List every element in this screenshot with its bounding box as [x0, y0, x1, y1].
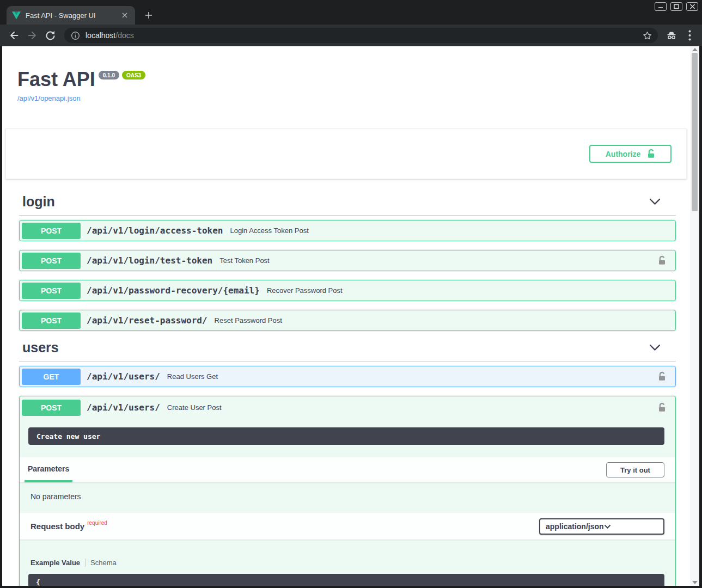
try-it-out-button[interactable]: Try it out [606, 462, 664, 477]
endpoint-path: /api/v1/reset-password/ [87, 315, 207, 326]
page-viewport: Fast API0.1.0OAS3 /api/v1/openapi.json A… [2, 46, 699, 586]
site-favicon-v-icon [12, 11, 21, 20]
operation-row[interactable]: POST /api/v1/login/access-token Login Ac… [19, 220, 676, 241]
parameters-header: Parameters Try it out [20, 457, 675, 482]
forward-icon[interactable] [26, 29, 39, 42]
scrollbar-up-icon[interactable] [692, 48, 698, 51]
endpoint-summary: Login Access Token Post [230, 226, 308, 235]
browser-titlebar: Fast API - Swagger UI [0, 0, 702, 24]
operation-row[interactable]: POST /api/v1/login/test-token Test Token… [19, 250, 676, 271]
auth-lock-icon[interactable] [658, 402, 666, 413]
operation-row[interactable]: POST /api/v1/password-recovery/{email} R… [19, 280, 676, 301]
chevron-down-icon[interactable] [649, 344, 661, 351]
oas3-badge: OAS3 [122, 71, 145, 79]
code-text: { [36, 578, 40, 586]
browser-toolbar: localhost/docs [0, 24, 702, 46]
operation-row[interactable]: GET /api/v1/users/ Read Users Get [19, 366, 676, 387]
openapi-spec-link[interactable]: /api/v1/openapi.json [17, 94, 690, 102]
section-header-login[interactable]: login [19, 194, 676, 216]
bookmark-star-icon[interactable] [642, 30, 652, 41]
endpoint-summary: Recover Password Post [267, 286, 343, 295]
example-schema-tabs: Example Value Schema [30, 559, 675, 567]
endpoint-path: /api/v1/users/ [87, 371, 160, 382]
endpoint-path: /api/v1/users/ [87, 402, 160, 413]
operation-row[interactable]: POST /api/v1/reset-password/ Reset Passw… [19, 310, 676, 331]
reload-icon[interactable] [44, 29, 57, 42]
tab-parameters[interactable]: Parameters [25, 457, 72, 482]
tab-example-value[interactable]: Example Value [30, 559, 80, 567]
example-code-block: { [28, 574, 664, 586]
section-header-users[interactable]: users [19, 340, 676, 362]
method-badge: POST [22, 400, 81, 416]
auth-lock-icon[interactable] [658, 371, 666, 382]
authorize-button[interactable]: Authorize [589, 145, 672, 163]
page-title: Fast API [17, 68, 95, 90]
scrollbar-thumb[interactable] [692, 53, 698, 211]
unlock-icon [647, 149, 655, 159]
tab-separator [85, 559, 86, 567]
method-badge: POST [22, 253, 81, 269]
method-badge: GET [22, 369, 81, 385]
close-button[interactable] [686, 2, 698, 11]
endpoint-path: /api/v1/password-recovery/{email} [87, 285, 260, 296]
endpoint-summary: Create User Post [167, 403, 222, 412]
window-controls [655, 2, 698, 11]
endpoint-path: /api/v1/login/access-token [87, 225, 223, 236]
media-type-select[interactable]: application/json [539, 518, 664, 535]
tab-title: Fast API - Swagger UI [26, 11, 120, 20]
site-info-icon[interactable] [71, 31, 80, 40]
endpoint-summary: Test Token Post [219, 256, 270, 265]
required-label: required [87, 520, 107, 526]
new-tab-button[interactable] [143, 9, 155, 21]
auth-lock-icon[interactable] [658, 255, 666, 266]
scrollbar-down-icon[interactable] [692, 581, 698, 584]
endpoint-path: /api/v1/login/test-token [87, 255, 212, 266]
section-title: users [22, 340, 59, 356]
endpoint-summary: Reset Password Post [215, 316, 282, 324]
media-type-value: application/json [546, 522, 604, 531]
back-icon[interactable] [8, 29, 21, 42]
version-badge: 0.1.0 [99, 71, 119, 79]
request-body-header: Request body required application/json [20, 513, 675, 540]
section-title: login [22, 194, 55, 210]
no-parameters-text: No parameters [20, 482, 675, 513]
minimize-button[interactable] [655, 2, 667, 11]
menu-dots-icon[interactable] [688, 30, 691, 41]
url-text: localhost/docs [86, 31, 642, 40]
maximize-button[interactable] [670, 2, 682, 11]
operation-expanded-create-user: POST /api/v1/users/ Create User Post Cre… [19, 396, 676, 586]
authorize-label: Authorize [606, 150, 641, 158]
request-body-label: Request body [30, 522, 84, 531]
method-badge: POST [22, 223, 81, 239]
incognito-icon [666, 29, 677, 41]
chevron-down-icon [604, 524, 658, 529]
operation-row[interactable]: POST /api/v1/users/ Create User Post [20, 397, 675, 418]
tab-schema[interactable]: Schema [90, 559, 117, 567]
page-scrollbar[interactable] [690, 46, 699, 586]
scheme-container: Authorize [5, 128, 687, 179]
operation-description: Create new user [28, 427, 664, 445]
api-info: Fast API0.1.0OAS3 /api/v1/openapi.json [2, 46, 690, 102]
method-badge: POST [22, 283, 81, 299]
chevron-down-icon[interactable] [649, 198, 661, 205]
endpoint-summary: Read Users Get [167, 372, 218, 381]
browser-tab[interactable]: Fast API - Swagger UI [7, 6, 135, 24]
url-bar[interactable]: localhost/docs [64, 28, 658, 43]
tab-close-icon[interactable] [120, 10, 130, 20]
method-badge: POST [22, 313, 81, 329]
